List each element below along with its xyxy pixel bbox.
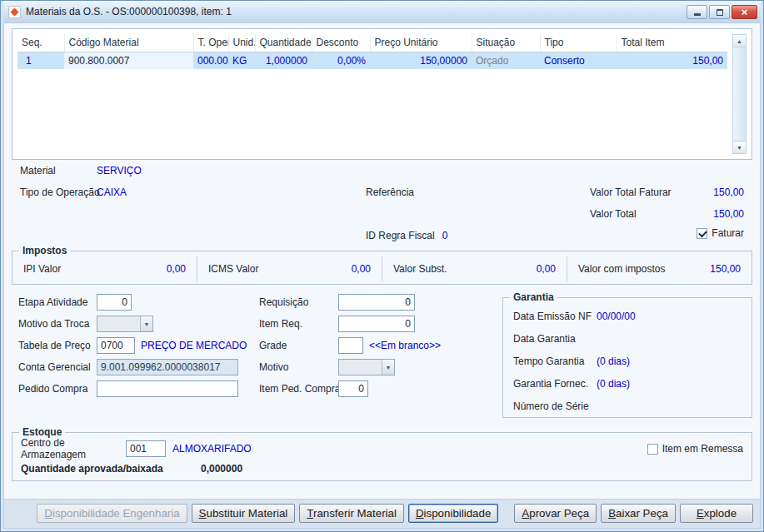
- valor-total-faturar-value: 150,00: [713, 186, 744, 198]
- maximize-button[interactable]: [709, 5, 730, 19]
- cell-total-item[interactable]: 150,00: [617, 52, 727, 69]
- pedido-compra-label: Pedido Compra: [18, 383, 97, 395]
- materials-grid: Seq. Código Material T. Oper Unid. Quant…: [17, 34, 727, 69]
- estoque-legend: Estoque: [19, 426, 65, 438]
- explode-button[interactable]: Explode: [680, 504, 753, 523]
- icms-valor-label: ICMS Valor: [208, 263, 258, 275]
- ipi-valor-label: IPI Valor: [23, 263, 61, 275]
- col-unid: Unid.: [228, 34, 255, 52]
- form-row: Etapa Atividade Requisição: [18, 291, 496, 313]
- etapa-atividade-label: Etapa Atividade: [18, 296, 97, 308]
- referencia-label: Referência: [366, 186, 414, 198]
- close-icon: ×: [742, 7, 748, 17]
- garantia-fornec-label: Garantia Fornec.: [513, 378, 597, 390]
- baixar-peca-button[interactable]: Baixar Peça: [601, 504, 676, 523]
- impostos-row: IPI Valor 0,00 ICMS Valor 0,00 Valor Sub…: [12, 256, 752, 281]
- minimize-button[interactable]: [687, 5, 707, 19]
- form-row: Tabela de Preço PREÇO DE MERCADO Grade <…: [18, 335, 496, 356]
- form-fields: Etapa Atividade Requisição Motivo da Tro…: [12, 291, 496, 400]
- motivo-select[interactable]: ▼: [338, 359, 395, 375]
- cell-quantidade[interactable]: 1,000000: [255, 52, 312, 69]
- valor-total-value: 150,00: [713, 208, 744, 220]
- data-emissao-nf-value: 00/00/00: [597, 311, 636, 322]
- scroll-up-icon[interactable]: ▲: [733, 35, 746, 47]
- cell-situacao[interactable]: Orçado: [472, 52, 540, 69]
- window-controls: ×: [687, 5, 757, 19]
- requisicao-label: Requisição: [259, 296, 338, 308]
- tipo-operacao-value: CAIXA: [97, 186, 127, 198]
- grid-scrollbar[interactable]: ▲ ▼: [732, 34, 747, 154]
- app-icon[interactable]: [8, 6, 21, 18]
- title-bar[interactable]: Materiais da O.S. - OS:000000100398, ite…: [3, 1, 761, 22]
- garantia-row: Tempo Garantia (0 dias): [503, 350, 752, 372]
- aprovar-peca-button[interactable]: Aprovar Peça: [514, 504, 597, 523]
- dialog-window: Materiais da O.S. - OS:000000100398, ite…: [0, 0, 764, 532]
- impostos-legend: Impostos: [19, 245, 70, 256]
- id-regra-fiscal-value: 0: [442, 230, 448, 241]
- cell-unid[interactable]: KG: [228, 52, 255, 69]
- cell-preco-unitario[interactable]: 150,00000: [370, 52, 472, 69]
- garantia-fornec-value: (0 dias): [597, 378, 630, 390]
- item-em-remessa-checkbox[interactable]: [647, 444, 658, 455]
- impostos-groupbox: Impostos IPI Valor 0,00 ICMS Valor 0,00 …: [12, 245, 752, 285]
- footer-button-bar: Disponibilidade Engenharia Substituir Ma…: [4, 499, 760, 528]
- valor-total-faturar-label: Valor Total Faturar: [590, 186, 672, 198]
- icms-valor: ICMS Valor 0,00: [197, 256, 382, 281]
- valor-com-impostos-value: 150,00: [710, 263, 741, 275]
- item-ped-compra-label: Item Ped. Compra: [259, 383, 338, 395]
- table-row[interactable]: 1 900.800.0007 000.00 KG 1,000000 0,00% …: [17, 52, 727, 69]
- col-tipo: Tipo: [540, 34, 617, 52]
- tabela-preco-label: Tabela de Preço: [18, 340, 97, 351]
- button-label: Substituir Material: [199, 507, 288, 520]
- item-req-field[interactable]: [338, 316, 415, 332]
- garantia-row: Garantia Fornec. (0 dias): [503, 372, 752, 395]
- material-label: Material: [20, 165, 56, 177]
- col-total-item: Total Item: [617, 34, 727, 52]
- grade-field[interactable]: [338, 337, 363, 354]
- cell-seq[interactable]: 1: [17, 52, 64, 69]
- dropdown-arrow-icon: ▼: [140, 316, 152, 331]
- centro-armazenagem-label: Centro de Armazenagem: [21, 437, 126, 460]
- garantia-groupbox: Garantia Data Emissão NF 00/00/00 Data G…: [502, 291, 752, 418]
- cell-codigo-material[interactable]: 900.800.0007: [64, 52, 193, 69]
- centro-armazenagem-desc: ALMOXARIFADO: [172, 443, 252, 455]
- id-regra-fiscal: ID Regra Fiscal 0: [366, 230, 447, 241]
- tempo-garantia-value: (0 dias): [597, 355, 630, 367]
- motivo-troca-select[interactable]: ▼: [97, 316, 153, 332]
- garantia-row: Data Garantia: [503, 327, 752, 350]
- tabela-preco-field[interactable]: [97, 337, 135, 354]
- dialog-content: Seq. Código Material T. Oper Unid. Quant…: [3, 22, 761, 529]
- icms-valor-value: 0,00: [352, 263, 371, 275]
- col-situacao: Situação: [472, 34, 540, 52]
- conta-gerencial-field[interactable]: [97, 359, 238, 375]
- estoque-groupbox: Estoque Centro de Armazenagem ALMOXARIFA…: [12, 426, 752, 481]
- col-t-oper: T. Oper: [193, 34, 228, 52]
- id-regra-fiscal-label: ID Regra Fiscal: [366, 230, 435, 241]
- disponibilidade-engenharia-button[interactable]: Disponibilidade Engenharia: [37, 504, 187, 523]
- cell-tipo[interactable]: Conserto: [540, 52, 617, 69]
- substituir-material-button[interactable]: Substituir Material: [192, 504, 296, 523]
- valor-total-label: Valor Total: [590, 208, 637, 220]
- cell-t-oper[interactable]: 000.00: [193, 52, 228, 69]
- valor-subst: Valor Subst. 0,00: [382, 256, 567, 281]
- motivo-label: Motivo: [259, 361, 338, 373]
- close-button[interactable]: ×: [732, 5, 757, 19]
- valor-subst-value: 0,00: [537, 263, 556, 275]
- etapa-atividade-field[interactable]: [97, 294, 132, 311]
- cell-desconto[interactable]: 0,00%: [312, 52, 370, 69]
- col-codigo-material: Código Material: [64, 34, 193, 52]
- centro-armazenagem-field[interactable]: [126, 440, 166, 457]
- tempo-garantia-label: Tempo Garantia: [513, 355, 597, 367]
- scroll-down-icon[interactable]: ▼: [733, 141, 746, 153]
- pedido-compra-field[interactable]: [97, 380, 238, 397]
- grid-header-row: Seq. Código Material T. Oper Unid. Quant…: [17, 34, 727, 52]
- item-ped-compra-field[interactable]: [338, 380, 368, 397]
- disponibilidade-button[interactable]: Disponibilidade: [408, 504, 498, 523]
- faturar-checkbox[interactable]: [697, 228, 707, 239]
- transferir-material-button[interactable]: Transferir Material: [299, 504, 404, 523]
- col-seq: Seq.: [17, 34, 64, 52]
- garantia-legend: Garantia: [510, 291, 557, 303]
- scrollbar-thumb[interactable]: [733, 47, 746, 141]
- faturar-option: Faturar: [697, 227, 744, 239]
- requisicao-field[interactable]: [338, 294, 415, 311]
